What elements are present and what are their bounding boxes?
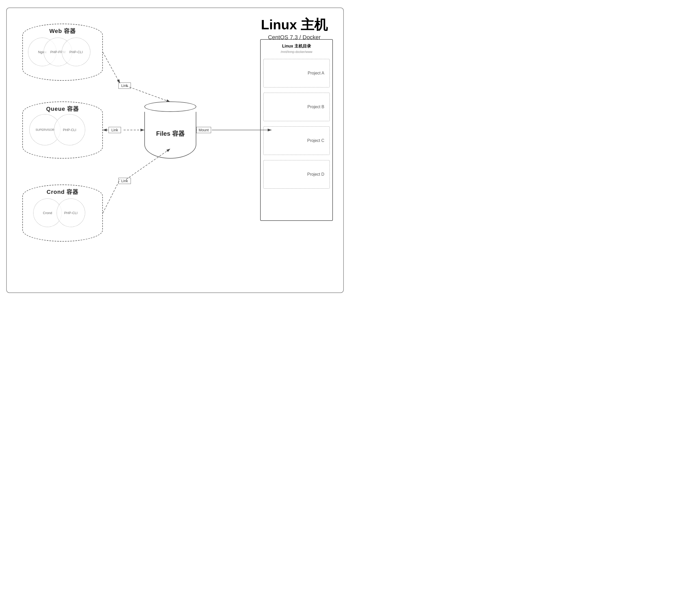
files-cylinder-body: Files 容器: [144, 112, 196, 159]
crond-container-label: Crond 容器: [47, 188, 79, 196]
project-a: Project A: [263, 59, 330, 87]
host-dir-title: Linux 主机目录: [263, 44, 330, 49]
svg-line-6: [103, 179, 120, 213]
web-circles-area: Nginx PHP-FPM PHP-CLI: [23, 35, 102, 80]
link-queue-to-files: Link: [108, 127, 121, 133]
files-container-label: Files 容器: [156, 130, 184, 138]
main-diagram: Linux 主机 CentOS 7.3 / Docker Web 容器 Ngin…: [6, 7, 344, 293]
crond-container: Crond 容器 Crond PHP-CLI: [22, 184, 103, 242]
queue-container: Queue 容器 SUPERVISOR PHP-CLI: [22, 102, 103, 159]
host-dir-path: /mnt/lnmp-docker/www: [263, 50, 330, 54]
project-b: Project B: [263, 93, 330, 121]
crond-circles-area: Crond PHP-CLI: [23, 196, 102, 241]
files-container: Files 容器: [144, 102, 196, 159]
link-crond-to-files: Link: [118, 178, 131, 184]
svg-line-2: [103, 52, 120, 83]
project-c: Project C: [263, 126, 330, 155]
queue-circles-area: SUPERVISOR PHP-CLI: [23, 113, 102, 158]
host-directory: Linux 主机目录 /mnt/lnmp-docker/www Project …: [260, 39, 333, 221]
queue-container-label: Queue 容器: [46, 105, 79, 113]
phpcli-web-circle: PHP-CLI: [62, 37, 90, 66]
files-cylinder-top: [144, 102, 196, 112]
mount-label: Mount: [196, 127, 211, 133]
svg-line-3: [126, 86, 170, 102]
title-area: Linux 主机 CentOS 7.3 / Docker: [261, 16, 328, 41]
page-title: Linux 主机: [261, 16, 328, 34]
phpcli-crond-circle: PHP-CLI: [57, 199, 85, 227]
phpcli-queue-circle: PHP-CLI: [54, 114, 85, 145]
project-d: Project D: [263, 160, 330, 189]
web-container-label: Web 容器: [49, 27, 76, 35]
link-web-to-files: Link: [118, 82, 131, 89]
web-container: Web 容器 Nginx PHP-FPM PHP-CLI: [22, 24, 103, 81]
